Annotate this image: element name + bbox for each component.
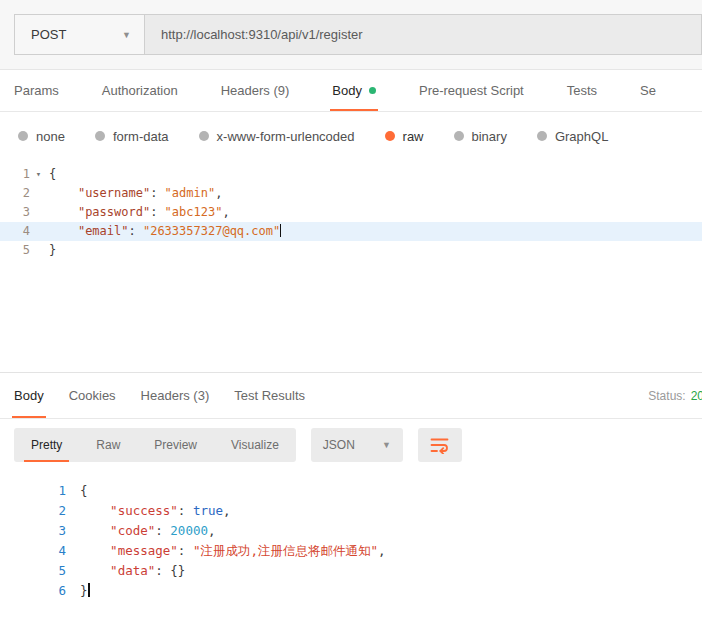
chevron-down-icon: ▼ — [382, 440, 391, 450]
tab-pre-request-script[interactable]: Pre-request Script — [419, 70, 524, 111]
line-number: 5 — [0, 561, 66, 581]
tab-authorization[interactable]: Authorization — [102, 70, 178, 111]
view-tab-visualize[interactable]: Visualize — [214, 428, 296, 462]
radio-none[interactable]: none — [18, 129, 65, 144]
code-line-2[interactable]: 2 "success": true, — [0, 501, 702, 521]
token-str: "注册成功,注册信息将邮件通知" — [193, 543, 378, 558]
token-ws — [49, 224, 78, 238]
radio-label: binary — [472, 129, 507, 144]
tab-label: Pretty — [31, 438, 62, 452]
code-line-1[interactable]: 1▾{ — [0, 165, 702, 184]
format-label: JSON — [323, 438, 355, 452]
line-number: 3 — [0, 521, 66, 541]
radio-form-data[interactable]: form-data — [95, 129, 169, 144]
radio-dot-icon — [95, 131, 105, 141]
response-tab-body[interactable]: Body — [14, 373, 44, 418]
tab-label: Tests — [567, 83, 597, 98]
tab-label: Body — [14, 388, 44, 403]
tab-settings-truncated[interactable]: Se — [640, 70, 656, 111]
code-line-4[interactable]: 4 "email": "2633357327@qq.com" — [0, 222, 702, 241]
code-text: "password": "abc123", — [47, 203, 230, 222]
url-text: http://localhost:9310/api/v1/register — [161, 27, 363, 42]
request-body-editor[interactable]: 1▾{2 "username": "admin",3 "password": "… — [0, 160, 702, 372]
code-text: } — [66, 581, 90, 601]
tab-body[interactable]: Body — [332, 70, 376, 111]
token-ws — [49, 205, 78, 219]
code-line-2[interactable]: 2 "username": "admin", — [0, 184, 702, 203]
token-p: : — [128, 224, 142, 238]
method-label: POST — [31, 27, 66, 42]
tab-label: Body — [332, 83, 362, 98]
token-p: { — [49, 167, 56, 181]
fold-spacer — [30, 203, 47, 222]
token-ws — [80, 543, 110, 558]
code-text: "username": "admin", — [47, 184, 222, 203]
token-ws — [80, 523, 110, 538]
response-tab-cookies[interactable]: Cookies — [69, 373, 116, 418]
code-line-4[interactable]: 4 "message": "注册成功,注册信息将邮件通知", — [0, 541, 702, 561]
token-key: "code" — [110, 523, 155, 538]
wrap-lines-icon — [430, 437, 449, 454]
line-number: 3 — [0, 203, 30, 222]
tab-params[interactable]: Params — [14, 70, 59, 111]
response-body-editor[interactable]: 1{2 "success": true,3 "code": 20000,4 "m… — [0, 471, 702, 638]
tab-label: Headers (3) — [141, 388, 210, 403]
response-tab-headers[interactable]: Headers (3) — [141, 373, 210, 418]
response-tabs: Body Cookies Headers (3) Test Results St… — [0, 373, 702, 419]
token-p: , — [222, 205, 229, 219]
method-select[interactable]: POST ▼ — [14, 14, 145, 55]
code-line-5[interactable]: 5} — [0, 241, 702, 260]
radio-x-www-form-urlencoded[interactable]: x-www-form-urlencoded — [199, 129, 355, 144]
line-number: 4 — [0, 222, 30, 241]
code-text: "data": {} — [66, 561, 185, 581]
body-type-selector: none form-data x-www-form-urlencoded raw… — [0, 112, 702, 160]
token-p: , — [378, 543, 386, 558]
line-number: 5 — [0, 241, 30, 260]
token-p: } — [80, 583, 88, 598]
tab-label: Params — [14, 83, 59, 98]
response-status: Status: 20 — [648, 373, 702, 418]
token-num: 20000 — [170, 523, 208, 538]
view-tab-preview[interactable]: Preview — [137, 428, 214, 462]
line-number: 1 — [0, 481, 66, 501]
radio-dot-icon — [537, 131, 547, 141]
status-value: 20 — [691, 389, 702, 403]
view-tab-pretty[interactable]: Pretty — [14, 428, 79, 462]
fold-caret-icon[interactable]: ▾ — [30, 165, 47, 184]
tab-label: Cookies — [69, 388, 116, 403]
url-input[interactable]: http://localhost:9310/api/v1/register — [145, 14, 702, 55]
tab-headers[interactable]: Headers (9) — [221, 70, 290, 111]
token-p: {} — [170, 563, 185, 578]
radio-graphql[interactable]: GraphQL — [537, 129, 608, 144]
request-url-bar: POST ▼ http://localhost:9310/api/v1/regi… — [0, 0, 702, 70]
code-line-5[interactable]: 5 "data": {} — [0, 561, 702, 581]
code-line-1[interactable]: 1{ — [0, 481, 702, 501]
fold-spacer — [30, 241, 47, 260]
radio-binary[interactable]: binary — [454, 129, 507, 144]
code-text: { — [66, 481, 88, 501]
token-key: "data" — [110, 563, 155, 578]
code-line-3[interactable]: 3 "code": 20000, — [0, 521, 702, 541]
token-key: "success" — [110, 503, 178, 518]
code-line-3[interactable]: 3 "password": "abc123", — [0, 203, 702, 222]
format-select[interactable]: JSON ▼ — [311, 428, 403, 462]
radio-dot-icon — [385, 131, 395, 141]
view-tab-raw[interactable]: Raw — [79, 428, 137, 462]
response-tab-test-results[interactable]: Test Results — [234, 373, 305, 418]
line-number: 6 — [0, 581, 66, 601]
code-text: "success": true, — [66, 501, 231, 521]
radio-raw[interactable]: raw — [385, 129, 424, 144]
fold-spacer — [30, 184, 47, 203]
token-bool: true — [193, 503, 223, 518]
body-indicator-dot — [369, 87, 376, 94]
code-line-6[interactable]: 6} — [0, 581, 702, 601]
tab-tests[interactable]: Tests — [567, 70, 597, 111]
token-p: : — [155, 563, 170, 578]
response-view-group: Pretty Raw Preview Visualize — [14, 428, 296, 462]
text-cursor — [88, 583, 90, 597]
wrap-lines-button[interactable] — [418, 428, 462, 462]
token-ws — [80, 563, 110, 578]
tab-label: Raw — [96, 438, 120, 452]
request-tabs: Params Authorization Headers (9) Body Pr… — [0, 70, 702, 112]
status-label: Status: — [648, 389, 685, 403]
